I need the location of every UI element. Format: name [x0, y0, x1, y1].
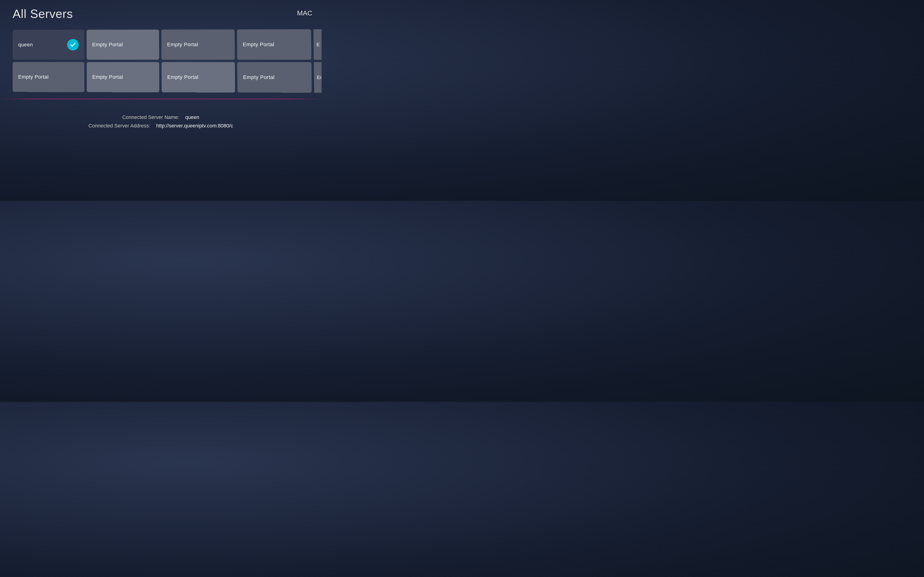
empty1-label: Empty Portal: [92, 42, 123, 48]
page-title: All Servers: [13, 7, 73, 21]
empty6-label: Empty Portal: [92, 74, 123, 80]
server-tile-empty-7[interactable]: Empty Portal: [161, 62, 235, 92]
empty2-label: Empty Portal: [167, 42, 198, 48]
empty7-label: Empty Portal: [167, 74, 198, 81]
server-tile-empty-3[interactable]: Empty Portal: [237, 29, 311, 60]
empty3-label: Empty Portal: [243, 42, 274, 48]
server-tile-empty-5[interactable]: Empty Portal: [13, 62, 84, 92]
empty8-label: Empty Portal: [243, 74, 274, 81]
top-bar: All Servers MAC: [0, 0, 322, 21]
server-tile-empty-1[interactable]: Empty Portal: [87, 30, 159, 60]
server-tile-empty-2[interactable]: Empty Portal: [161, 29, 235, 60]
bottom-info: Connected Server Name: queen Connected S…: [0, 113, 322, 130]
server-address-label: Connected Server Address:: [89, 123, 150, 129]
server-tile-empty-4-partial[interactable]: E: [313, 29, 322, 60]
server-tile-empty-8[interactable]: Empty Portal: [237, 62, 312, 92]
server-address-value: http://server.queeniptv.com:8080/c: [156, 123, 233, 129]
divider-line: [0, 99, 322, 99]
empty4-partial-label: E: [316, 42, 320, 47]
selected-checkmark: [67, 39, 79, 50]
queen-tile-label: queen: [18, 42, 33, 48]
server-tile-queen[interactable]: queen: [13, 30, 84, 60]
server-tile-empty-6[interactable]: Empty Portal: [87, 62, 159, 92]
server-address-line: Connected Server Address: http://server.…: [0, 121, 322, 130]
empty9-partial-label: Em: [317, 75, 322, 80]
server-name-value: queen: [185, 114, 199, 120]
empty5-label: Empty Portal: [18, 74, 49, 80]
server-tile-empty-9-partial[interactable]: Em: [314, 62, 322, 93]
mac-label: MAC: [297, 7, 312, 17]
server-name-line: Connected Server Name: queen: [0, 113, 322, 121]
server-grid: queen Empty Portal Empty Portal Empty Po…: [0, 20, 322, 93]
server-name-label: Connected Server Name:: [122, 114, 179, 120]
